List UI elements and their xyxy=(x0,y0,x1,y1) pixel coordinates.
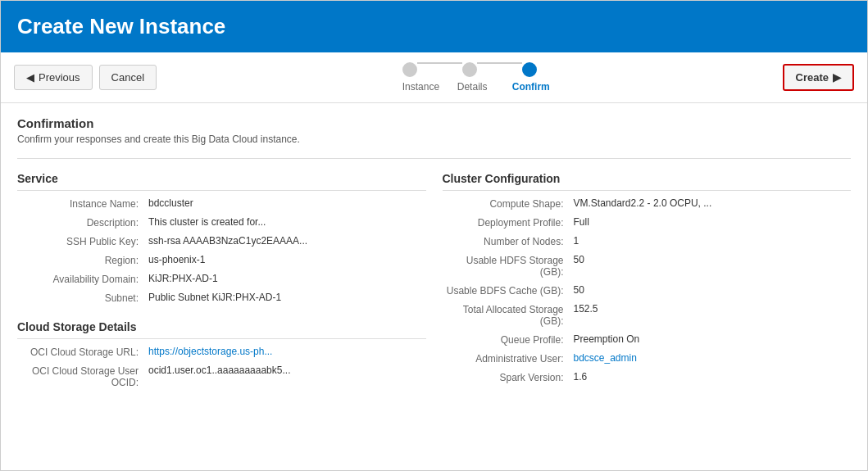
field-value-oci-url[interactable]: https://objectstorage.us-ph... xyxy=(148,346,426,357)
field-label-num-nodes: Number of Nodes: xyxy=(443,235,574,247)
content-divider xyxy=(17,158,851,159)
field-total-storage: Total Allocated Storage (GB): 152.5 xyxy=(443,303,852,327)
field-value-ssh-key: ssh-rsa AAAAB3NzaC1yc2EAAAA... xyxy=(148,235,426,247)
step-circle-details xyxy=(462,62,477,77)
step-circle-instance xyxy=(402,62,417,77)
field-label-compute-shape: Compute Shape: xyxy=(443,197,574,210)
chevron-right-icon: ▶ xyxy=(833,71,841,84)
toolbar: ◀ Previous Cancel Instance xyxy=(1,52,867,103)
field-subnet: Subnet: Public Subnet KiJR:PHX-AD-1 xyxy=(17,292,426,304)
field-value-hdfs-storage: 50 xyxy=(574,254,852,265)
field-label-spark-version: Spark Version: xyxy=(443,371,574,383)
field-ssh-key: SSH Public Key: ssh-rsa AAAAB3NzaC1yc2EA… xyxy=(17,235,426,247)
field-value-queue-profile: Preemption On xyxy=(574,333,852,345)
chevron-left-icon: ◀ xyxy=(26,71,34,84)
field-value-num-nodes: 1 xyxy=(574,235,852,247)
field-label-admin-user: Administrative User: xyxy=(443,352,574,365)
field-value-spark-version: 1.6 xyxy=(574,371,852,383)
step-line-2 xyxy=(477,62,522,64)
cluster-config-title: Cluster Configuration xyxy=(443,172,852,191)
field-label-subnet: Subnet: xyxy=(17,292,148,304)
step-label-confirm: Confirm xyxy=(512,81,550,93)
field-availability-domain: Availability Domain: KiJR:PHX-AD-1 xyxy=(17,273,426,285)
field-label-ssh-key: SSH Public Key: xyxy=(17,235,148,247)
field-label-oci-url: OCI Cloud Storage URL: xyxy=(17,346,148,358)
cancel-button[interactable]: Cancel xyxy=(99,65,157,90)
create-button[interactable]: Create ▶ xyxy=(783,64,854,91)
cloud-storage-title: Cloud Storage Details xyxy=(17,320,426,339)
toolbar-left: ◀ Previous Cancel xyxy=(14,65,157,90)
field-label-hdfs-storage: Usable HDFS Storage (GB): xyxy=(443,254,574,278)
field-value-deployment-profile: Full xyxy=(574,216,852,228)
confirmation-subtitle: Confirm your responses and create this B… xyxy=(17,134,851,145)
field-instance-name: Instance Name: bdccluster xyxy=(17,197,426,210)
left-column: Service Instance Name: bdccluster Descri… xyxy=(17,172,426,395)
right-column: Cluster Configuration Compute Shape: VM.… xyxy=(443,172,852,395)
field-label-bdfs-cache: Usable BDFS Cache (GB): xyxy=(443,284,574,297)
cloud-storage-section: Cloud Storage Details OCI Cloud Storage … xyxy=(17,320,426,388)
field-value-oci-ocid: ocid1.user.oc1..aaaaaaaaabk5... xyxy=(148,365,426,376)
field-value-total-storage: 152.5 xyxy=(574,303,852,315)
field-value-subnet: Public Subnet KiJR:PHX-AD-1 xyxy=(148,292,426,303)
field-value-bdfs-cache: 50 xyxy=(574,284,852,296)
field-oci-url: OCI Cloud Storage URL: https://objectsto… xyxy=(17,346,426,358)
field-label-region: Region: xyxy=(17,254,148,266)
confirmation-title: Confirmation xyxy=(17,116,851,130)
field-description: Description: This cluster is created for… xyxy=(17,216,426,229)
field-label-description: Description: xyxy=(17,216,148,229)
field-hdfs-storage: Usable HDFS Storage (GB): 50 xyxy=(443,254,852,278)
field-label-queue-profile: Queue Profile: xyxy=(443,333,574,346)
field-label-oci-ocid: OCI Cloud Storage User OCID: xyxy=(17,365,148,388)
field-label-instance-name: Instance Name: xyxy=(17,197,148,210)
field-deployment-profile: Deployment Profile: Full xyxy=(443,216,852,229)
field-admin-user: Administrative User: bdcsce_admin xyxy=(443,352,852,365)
field-value-compute-shape: VM.Standard2.2 - 2.0 OCPU, ... xyxy=(574,197,852,209)
field-value-description: This cluster is created for... xyxy=(148,216,426,228)
field-bdfs-cache: Usable BDFS Cache (GB): 50 xyxy=(443,284,852,297)
field-value-availability-domain: KiJR:PHX-AD-1 xyxy=(148,273,426,284)
step-line-1 xyxy=(417,62,462,64)
page-title: Create New Instance xyxy=(17,14,225,38)
step-circle-confirm xyxy=(522,62,537,77)
field-oci-ocid: OCI Cloud Storage User OCID: ocid1.user.… xyxy=(17,365,426,388)
page-wrapper: Create New Instance ◀ Previous Cancel xyxy=(0,0,868,471)
previous-button[interactable]: ◀ Previous xyxy=(14,65,93,90)
field-label-total-storage: Total Allocated Storage (GB): xyxy=(443,303,574,327)
service-section-title: Service xyxy=(17,172,426,191)
step-label-details: Details xyxy=(457,81,488,93)
field-queue-profile: Queue Profile: Preemption On xyxy=(443,333,852,346)
two-column-layout: Service Instance Name: bdccluster Descri… xyxy=(17,172,851,395)
field-value-region: us-phoenix-1 xyxy=(148,254,426,265)
field-num-nodes: Number of Nodes: 1 xyxy=(443,235,852,247)
field-region: Region: us-phoenix-1 xyxy=(17,254,426,266)
field-compute-shape: Compute Shape: VM.Standard2.2 - 2.0 OCPU… xyxy=(443,197,852,210)
field-label-availability-domain: Availability Domain: xyxy=(17,273,148,285)
field-label-deployment-profile: Deployment Profile: xyxy=(443,216,574,229)
field-value-instance-name: bdccluster xyxy=(148,197,426,209)
field-spark-version: Spark Version: 1.6 xyxy=(443,371,852,383)
steps-indicator: Instance Details Confirm xyxy=(402,62,537,93)
main-content: Confirmation Confirm your responses and … xyxy=(1,103,867,470)
page-header: Create New Instance xyxy=(1,1,867,52)
field-value-admin-user[interactable]: bdcsce_admin xyxy=(574,352,852,364)
